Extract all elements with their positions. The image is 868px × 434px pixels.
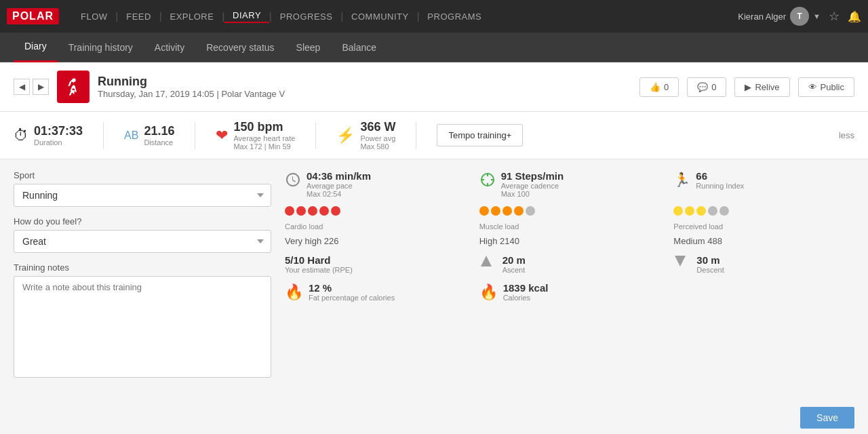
perceived-dot-2 [685, 206, 694, 216]
tempo-button[interactable]: Tempo training+ [437, 124, 523, 146]
avatar[interactable]: T [790, 7, 809, 26]
cardio-load-num: 226 [324, 236, 339, 246]
calories-label: Calories [503, 294, 549, 302]
running-index-metric: 🏃 66 Running Index [673, 170, 854, 198]
ascent-icon [479, 254, 493, 270]
nav-feed[interactable]: FEED [118, 12, 159, 22]
muscle-dot-3 [502, 206, 512, 216]
muscle-dot-5 [526, 206, 535, 216]
cardio-load-metric: Cardio load Very high 226 [285, 206, 466, 246]
perceived-load-val: 488 [707, 236, 722, 246]
distance-label: Distance [144, 138, 174, 146]
nav-progress[interactable]: PROGRESS [272, 12, 341, 22]
fat-info: 12 % Fat percentage of calories [309, 282, 395, 302]
sport-label: Sport [14, 170, 271, 180]
perceived-load-label: Perceived load [673, 222, 723, 231]
duration-stat: ⏱ 01:37:33 Duration [14, 124, 83, 146]
tab-recovery-status[interactable]: Recovery status [195, 33, 285, 62]
muscle-load-dots [479, 206, 535, 216]
stats-row: ⏱ 01:37:33 Duration AB 21.16 Distance ❤ … [0, 112, 868, 159]
feel-select[interactable]: Great [14, 230, 271, 253]
polar-logo: POLAR [7, 8, 59, 24]
pace-metric: 04:36 min/km Average pace Max 02:54 [285, 170, 466, 198]
tab-balance[interactable]: Balance [331, 33, 387, 62]
dropdown-chevron[interactable]: ▼ [813, 12, 821, 20]
cadence-value: 91 Steps/min [501, 170, 564, 182]
distance-info: 21.16 Distance [144, 124, 174, 146]
running-index-icon: 🏃 [673, 172, 690, 188]
sport-select[interactable]: Running [14, 184, 271, 207]
training-notes-input[interactable] [14, 276, 271, 378]
heartrate-info: 150 bpm Average heart rate Max 172 | Min… [233, 120, 295, 151]
cadence-icon [479, 172, 496, 192]
nav-community[interactable]: COMMUNITY [343, 12, 417, 22]
less-link[interactable]: less [839, 130, 854, 140]
descent-value: 30 m [696, 254, 724, 266]
running-index-info: 66 Running Index [696, 170, 744, 190]
muscle-dot-2 [491, 206, 500, 216]
star-icon[interactable]: ☆ [829, 9, 840, 24]
activity-device: Polar Vantage V [221, 89, 285, 99]
tab-sleep[interactable]: Sleep [285, 33, 332, 62]
relive-button[interactable]: ▶ Relive [734, 77, 789, 97]
next-arrow[interactable]: ▶ [33, 79, 49, 95]
descent-icon [673, 254, 687, 270]
cardio-load-level: Very high [285, 236, 321, 246]
stats-divider-1 [103, 122, 104, 149]
cardio-load-level-value: Very high 226 [285, 236, 339, 246]
nav-programs[interactable]: PROGRAMS [419, 12, 490, 22]
perceived-load-level-value: Medium 488 [673, 236, 722, 246]
rpe-value: 5/10 Hard [285, 254, 353, 266]
perceived-dot-5 [719, 206, 729, 216]
like-icon: 👍 [650, 82, 660, 92]
cadence-metric: 91 Steps/min Average cadence Max 100 [479, 170, 660, 198]
nav-diary[interactable]: DIARY [224, 10, 269, 23]
notes-label: Training notes [14, 262, 271, 273]
power-info: 366 W Power avg Max 580 [360, 120, 395, 151]
sub-navigation: Diary Training history Activity Recovery… [0, 33, 868, 62]
muscle-load-metric: Muscle load High 2140 [479, 206, 660, 246]
cardio-dot-3 [308, 206, 317, 216]
cadence-label: Average cadence [501, 182, 564, 190]
like-button[interactable]: 👍 0 [639, 77, 679, 97]
tab-diary[interactable]: Diary [14, 33, 58, 62]
activity-datetime: Thursday, Jan 17, 2019 14:05 [98, 89, 214, 99]
perceived-dot-4 [708, 206, 717, 216]
tab-training-history[interactable]: Training history [58, 33, 144, 62]
cadence-sub: Max 100 [501, 190, 564, 198]
muscle-load-level-value: High 2140 [479, 236, 519, 246]
cardio-load-dots [285, 206, 340, 216]
heartrate-label: Average heart rate [233, 134, 295, 142]
prev-arrow[interactable]: ◀ [14, 79, 30, 95]
stats-divider-3 [315, 122, 316, 149]
comment-button[interactable]: 💬 0 [687, 77, 726, 97]
top-nav-right: Kieran Alger T ▼ ☆ 🔔 [738, 7, 861, 26]
stats-divider-2 [195, 122, 195, 149]
power-max: Max 580 [360, 142, 395, 151]
muscle-load-level: High [479, 236, 498, 246]
metrics-row-3: 5/10 Hard Your estimate (RPE) 20 m Ascen… [285, 254, 854, 274]
tab-activity[interactable]: Activity [144, 33, 195, 62]
ascent-metric: 20 m Ascent [479, 254, 660, 274]
heartrate-stat: ❤ 150 bpm Average heart rate Max 172 | M… [216, 120, 295, 151]
public-button[interactable]: 👁 Public [798, 77, 854, 97]
notification-icon[interactable]: 🔔 [848, 10, 861, 23]
perceived-load-level: Medium [673, 236, 705, 246]
relive-play-icon: ▶ [745, 82, 751, 92]
muscle-load-label: Muscle load [479, 222, 519, 231]
empty-cell [673, 282, 854, 302]
save-button[interactable]: Save [800, 407, 854, 429]
descent-label: Descent [696, 266, 724, 274]
nav-flow[interactable]: FLOW [73, 12, 116, 22]
distance-value: 21.16 [144, 124, 174, 138]
public-label: Public [821, 82, 844, 92]
power-stat: ⚡ 366 W Power avg Max 580 [336, 120, 395, 151]
logo[interactable]: POLAR [7, 8, 59, 24]
ascent-info: 20 m Ascent [502, 254, 526, 274]
nav-explore[interactable]: EXPLORE [162, 12, 222, 22]
sport-group: Sport Running [14, 170, 271, 207]
muscle-load-val: 2140 [500, 236, 519, 246]
like-count: 0 [664, 82, 669, 92]
activity-datetime-device: Thursday, Jan 17, 2019 14:05 | Polar Van… [98, 89, 285, 99]
perceived-load-dots [673, 206, 729, 216]
